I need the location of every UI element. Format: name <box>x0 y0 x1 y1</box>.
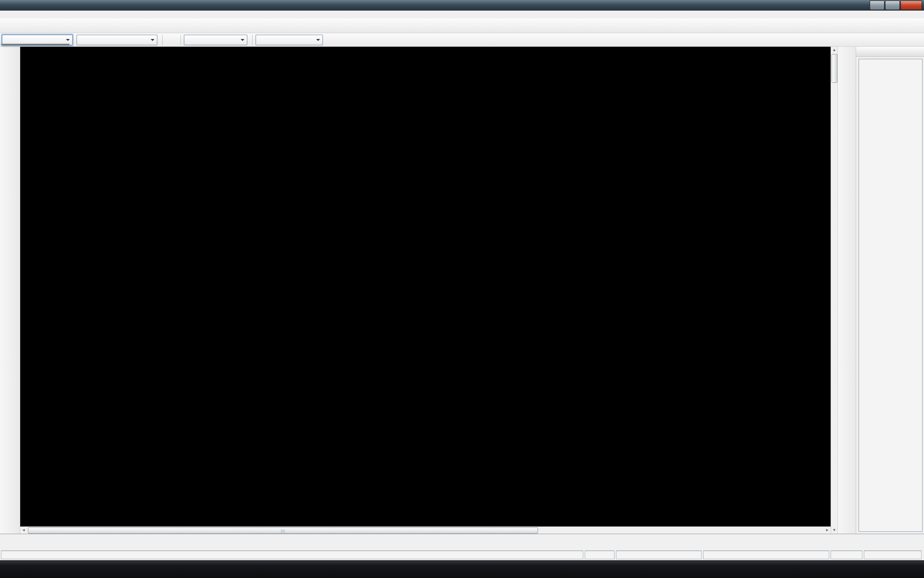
horizontal-scrollbar[interactable]: ◄ ||| ► <box>20 526 831 534</box>
units-indicator <box>831 551 862 559</box>
right-toolbar <box>837 47 856 534</box>
app-icon <box>2 1 10 9</box>
grid-combo[interactable] <box>184 35 247 45</box>
via-size-combo[interactable] <box>77 35 157 45</box>
coordinate-bar <box>0 550 924 560</box>
menu-bar <box>0 11 924 18</box>
chevron-down-icon <box>316 39 320 41</box>
restore-button[interactable] <box>885 0 900 10</box>
status-bar <box>0 534 924 550</box>
hint-cell <box>1 551 583 559</box>
aux-toolbar <box>0 33 924 47</box>
layer-manager-panel <box>856 47 924 534</box>
panel-caption <box>856 47 924 57</box>
close-button[interactable] <box>900 0 922 10</box>
track-width-dropdown <box>1 44 69 45</box>
chevron-down-icon <box>241 39 244 41</box>
zoom-level <box>585 551 615 559</box>
scroll-right-icon[interactable]: ► <box>824 527 831 534</box>
taskbar <box>0 560 924 578</box>
spare-cell <box>864 551 922 559</box>
pcb-canvas[interactable] <box>20 47 831 526</box>
title-bar[interactable] <box>0 0 924 11</box>
layer-list <box>859 59 923 532</box>
cursor-position <box>616 551 702 559</box>
auto-track-width-button[interactable] <box>165 33 179 47</box>
minimize-button[interactable] <box>870 0 885 10</box>
chevron-down-icon <box>151 39 154 41</box>
scroll-left-icon[interactable]: ◄ <box>20 527 27 534</box>
left-toolbar <box>0 47 20 534</box>
zoom-combo[interactable] <box>256 35 323 45</box>
h-scroll-thumb[interactable]: ||| <box>28 527 538 534</box>
relative-position <box>703 551 829 559</box>
scroll-down-icon[interactable]: ▼ <box>831 527 837 534</box>
pcbnew-window: ◄ ||| ► ▲ ▼ <box>0 0 924 578</box>
chevron-down-icon <box>66 39 70 41</box>
v-scroll-thumb[interactable] <box>832 54 837 83</box>
vertical-scrollbar[interactable]: ▲ ▼ <box>831 47 837 534</box>
scroll-up-icon[interactable]: ▲ <box>831 47 837 53</box>
main-toolbar <box>0 18 924 33</box>
